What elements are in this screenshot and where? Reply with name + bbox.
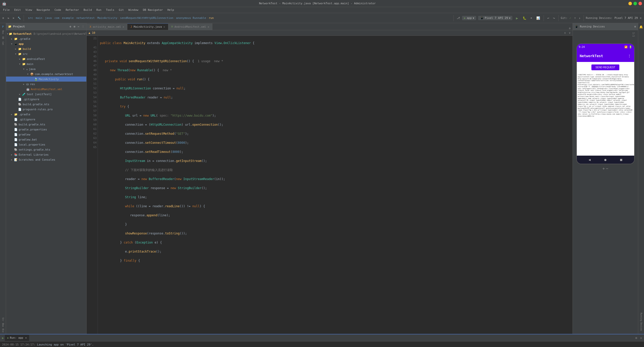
tree-item-gitignore-root[interactable]: 📄 .gitignore <box>6 117 86 122</box>
menu-refactor[interactable]: Refactor <box>64 8 81 12</box>
run-tab-close[interactable]: ✕ <box>25 336 27 339</box>
toolbar-commit[interactable]: ✓ <box>569 16 572 20</box>
bottom-tab-run[interactable]: ▶ Run: app ✕ <box>5 335 29 341</box>
sidebar-icon-commit[interactable]: Cmt <box>1 41 6 46</box>
tree-item-gradlew-bat[interactable]: 📄 gradlew.bat <box>6 137 86 142</box>
tree-item-test[interactable]: ▶ 🧪 test [unitTest] <box>6 92 86 97</box>
device-zoom-in-icon[interactable]: + <box>602 166 605 171</box>
breadcrumb-method[interactable]: sendRequestWithHttpURLConnection <box>120 16 173 20</box>
toolbar-git-icon[interactable]: ⎇ <box>456 16 461 20</box>
toolbar-pull[interactable]: ↓ <box>578 16 582 20</box>
menu-build[interactable]: Build <box>82 8 94 12</box>
menu-help[interactable]: Help <box>165 8 176 12</box>
tree-item-build-gradle-root[interactable]: 🐘 build.gradle.kts <box>6 122 86 127</box>
sidebar-icon-project[interactable]: P <box>1 24 6 29</box>
tree-item-mainactivity[interactable]: 🍃 MainActivity <box>6 77 86 82</box>
breadcrumb-example[interactable]: example <box>62 16 73 20</box>
bottom-close-icon[interactable]: ✕ <box>640 336 642 340</box>
breadcrumb-main[interactable]: main <box>36 16 43 20</box>
maximize-button[interactable] <box>633 2 637 5</box>
menu-window[interactable]: Window <box>126 8 140 12</box>
sidebar-icon-resource[interactable]: Res <box>1 30 6 35</box>
toolbar-device-close[interactable]: ✕ <box>639 16 642 20</box>
breadcrumb-run[interactable]: run <box>209 16 214 20</box>
tree-item-gradlew[interactable]: 📄 gradlew <box>6 132 86 137</box>
breadcrumb-runnable[interactable]: anonymous Runnable <box>176 16 206 20</box>
sidebar-icon-variants[interactable]: Bld <box>1 328 6 333</box>
warnings-nav-down[interactable]: ∨ <box>569 31 571 34</box>
sidebar-icon-structure[interactable]: Str <box>1 317 6 322</box>
device-panel-settings-icon[interactable]: ⚙ <box>634 25 636 28</box>
menu-tools[interactable]: Tools <box>104 8 116 12</box>
breadcrumb-java[interactable]: java <box>45 16 52 20</box>
tree-item-androidtest[interactable]: ▶ 📁 androidTest <box>6 56 86 61</box>
tree-item-gradle[interactable]: ▶ 📁 .gradle <box>6 112 86 117</box>
project-layout-icon[interactable]: ⊞ <box>74 25 75 28</box>
tree-item-app[interactable]: ▼ 📱 app <box>6 41 86 46</box>
breadcrumb-src[interactable]: src <box>28 16 33 20</box>
project-options-icon[interactable]: ⋮ <box>82 25 84 28</box>
tree-item-gitignore-app[interactable]: 📄 .gitignore <box>6 97 86 102</box>
tree-item-external-libraries[interactable]: ▶ 📚 External Libraries <box>6 152 86 157</box>
toolbar-undo[interactable]: ↩ <box>546 16 551 20</box>
tree-item-local-properties[interactable]: 📄 local.properties <box>6 142 86 147</box>
tree-item-build-gradle-app[interactable]: 🐘 build.gradle.kts <box>6 102 86 107</box>
tree-item-main[interactable]: ▼ 📁 main <box>6 61 86 66</box>
menu-edit[interactable]: Edit <box>12 8 23 12</box>
tab-close-java[interactable]: ✕ <box>163 25 165 28</box>
tab-mainactivity-java[interactable]: J MainActivity.java ✕ <box>127 23 168 30</box>
sidebar-icon-bookmarks[interactable]: Bkm <box>1 322 6 327</box>
phone-nav-back[interactable]: ◀ <box>589 158 591 162</box>
tree-item-package[interactable]: ▼ 📦 com.example.networktest <box>6 72 86 77</box>
toolbar-run-button[interactable]: ▶ <box>514 16 519 21</box>
device-selector[interactable]: 📱 Pixel 7 API 29 ▼ <box>478 16 512 20</box>
toolbar-profile-button[interactable]: 📊 <box>535 16 542 20</box>
tab-close-xml[interactable]: ✕ <box>123 25 124 28</box>
phone-nav-recent[interactable]: ■ <box>620 158 622 162</box>
breadcrumb-mainactivity[interactable]: MainActivity <box>97 16 117 20</box>
tab-settings-icon[interactable]: ⚙ <box>567 27 573 30</box>
warnings-nav-up[interactable]: ∧ <box>564 31 566 34</box>
phone-nav-home[interactable]: ● <box>604 158 606 162</box>
toolbar-btn-structure[interactable]: ≡ <box>12 16 15 20</box>
tree-item-androidmanifest[interactable]: 🤖 AndroidManifest.xml <box>6 87 86 92</box>
phone-send-button[interactable]: SEND REQUEST <box>591 64 619 70</box>
project-config-icon[interactable]: ⚙ <box>70 25 71 28</box>
menu-code[interactable]: Code <box>52 8 63 12</box>
breadcrumb-networktest[interactable]: networktest <box>76 16 95 20</box>
right-icon-notifications[interactable]: 🔔 <box>639 24 643 30</box>
tree-item-res[interactable]: ▶ 🗂 res <box>6 82 86 87</box>
toolbar-redo[interactable]: ↪ <box>552 16 556 20</box>
tree-item-gradle-properties[interactable]: 📄 gradle.properties <box>6 127 86 132</box>
minimize-button[interactable] <box>628 2 632 5</box>
tab-androidmanifest-xml[interactable]: M AndroidManifest.xml ✕ <box>168 23 213 30</box>
right-icon-running-devices[interactable]: Running Devices <box>640 311 642 333</box>
tree-item-java[interactable]: ▼ ☕ java <box>6 66 86 72</box>
close-button[interactable] <box>638 2 642 5</box>
toolbar-btn-sync[interactable]: ⇆ <box>7 16 10 20</box>
project-collapse-icon[interactable]: ⇐ <box>78 25 79 28</box>
toolbar-push[interactable]: ↑ <box>573 16 577 20</box>
menu-view[interactable]: View <box>23 8 34 12</box>
bottom-settings-icon[interactable]: ⚙ <box>635 336 637 340</box>
tree-item-src[interactable]: ▼ 📁 src <box>6 51 86 56</box>
tree-item-proguard[interactable]: 📄 proguard-rules.pro <box>6 107 86 112</box>
run-config-selector[interactable]: ▶ app ▼ <box>462 16 476 20</box>
tree-item-scratches[interactable]: ▶ 📝 Scratches and Consoles <box>6 157 86 162</box>
toolbar-coverage-button[interactable]: ☂ <box>529 16 534 20</box>
warnings-count[interactable]: ▲ 10 <box>89 31 95 34</box>
menu-git[interactable]: Git <box>117 8 126 12</box>
tree-item-settings-gradle[interactable]: 🐘 settings.gradle.kts <box>6 147 86 152</box>
sidebar-icon-db[interactable]: DB <box>1 35 6 40</box>
toolbar-btn-config[interactable]: 🔧 <box>17 16 22 20</box>
breadcrumb-com[interactable]: com <box>54 16 59 20</box>
menu-navigate[interactable]: Navigate <box>35 8 52 12</box>
tree-item-gradle-root[interactable]: ▶ 📁 .gradle <box>6 36 86 41</box>
tab-activity-main-xml[interactable]: X activity_main.xml ✕ <box>87 23 127 30</box>
toolbar-btn-settings[interactable]: ⚙ <box>2 16 5 20</box>
menu-file[interactable]: File <box>1 8 12 12</box>
toolbar-debug-button[interactable]: 🐛 <box>521 16 528 20</box>
tab-close-manifest[interactable]: ✕ <box>208 25 209 28</box>
menu-run[interactable]: Run <box>94 8 103 12</box>
menu-db-navigator[interactable]: DB Navigator <box>141 8 165 12</box>
